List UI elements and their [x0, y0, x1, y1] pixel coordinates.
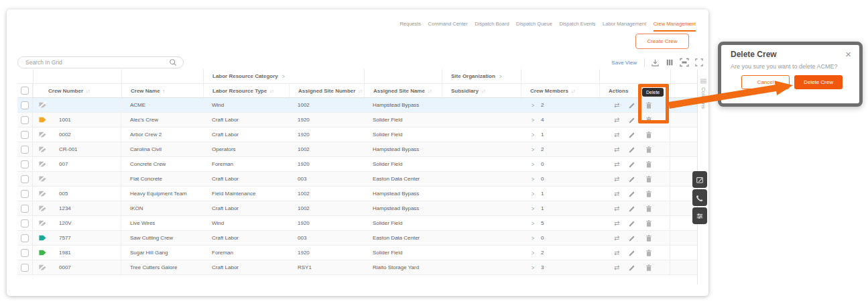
table-row[interactable]: 005Heavy Equipment TeamField Maintenance…: [17, 187, 697, 201]
row-checkbox[interactable]: [21, 190, 29, 198]
edit-crew-icon[interactable]: [628, 175, 636, 183]
table-row[interactable]: ACMEWind1002Hampstead Bypass>2⇄: [17, 98, 697, 113]
fullscreen-icon[interactable]: [694, 58, 704, 67]
delete-crew-icon[interactable]: [645, 249, 653, 257]
dialog-confirm-button[interactable]: Delete Crew: [794, 75, 843, 89]
table-row[interactable]: 120VLive WiresWind1920Solider Field>5⇄: [17, 216, 697, 231]
transfer-crew-icon[interactable]: ⇄: [614, 146, 619, 153]
transfer-crew-icon[interactable]: ⇄: [614, 132, 619, 138]
transfer-crew-icon[interactable]: ⇄: [614, 102, 619, 109]
create-crew-button[interactable]: Create Crew: [635, 34, 689, 49]
transfer-crew-icon[interactable]: ⇄: [614, 161, 619, 168]
table-row[interactable]: 1001Alec's CrewCraft Labor1920Solider Fi…: [17, 113, 697, 128]
transfer-crew-icon[interactable]: ⇄: [614, 220, 619, 227]
search-input[interactable]: [25, 59, 169, 66]
table-row[interactable]: 0007Tree Cutters GaloreCraft LaborRSY1Ri…: [17, 260, 697, 275]
expand-row-icon[interactable]: >: [532, 264, 534, 270]
edit-crew-icon[interactable]: [628, 116, 636, 124]
delete-crew-icon[interactable]: [645, 190, 653, 198]
row-checkbox[interactable]: [21, 131, 29, 139]
expand-row-icon[interactable]: >: [532, 205, 534, 211]
expand-row-icon[interactable]: >: [532, 250, 534, 256]
edit-crew-icon[interactable]: [628, 205, 636, 213]
table-row[interactable]: 7577Saw Cutting CrewCraft Labor003Easton…: [17, 231, 697, 246]
transfer-crew-icon[interactable]: ⇄: [614, 264, 619, 271]
download-icon[interactable]: [650, 58, 660, 67]
fit-columns-icon[interactable]: [680, 58, 689, 67]
tab-requests[interactable]: Requests: [399, 21, 421, 32]
row-checkbox[interactable]: [21, 234, 29, 242]
expand-row-icon[interactable]: >: [532, 235, 534, 241]
edit-crew-icon[interactable]: [628, 249, 636, 257]
column-header-labor-resource-type[interactable]: Labor Resource Type↓↑: [203, 84, 289, 97]
delete-crew-icon[interactable]: [645, 175, 653, 183]
tab-dispatch-board[interactable]: Dispatch Board: [475, 21, 509, 32]
transfer-crew-icon[interactable]: ⇄: [614, 205, 619, 212]
edit-crew-icon[interactable]: [628, 219, 636, 227]
expand-row-icon[interactable]: >: [532, 117, 534, 123]
row-checkbox[interactable]: [21, 116, 29, 124]
table-row[interactable]: 1234IKONCraft Labor1002Hampstead Bypass>…: [17, 201, 697, 216]
row-checkbox[interactable]: [21, 264, 29, 272]
delete-crew-icon[interactable]: [645, 234, 653, 242]
table-row[interactable]: CR-001Carolina CivilOperators1002Hampste…: [17, 142, 697, 157]
column-header-assigned-site-name[interactable]: Assigned Site Name↓↑: [364, 84, 442, 97]
group-expand-icon[interactable]: >: [499, 73, 502, 79]
tab-dispatch-events[interactable]: Dispatch Events: [559, 21, 595, 32]
phone-icon[interactable]: [692, 189, 707, 206]
transfer-crew-icon[interactable]: ⇄: [614, 235, 619, 242]
delete-crew-icon[interactable]: [645, 264, 653, 272]
expand-row-icon[interactable]: >: [532, 176, 534, 182]
delete-crew-icon[interactable]: [645, 219, 653, 227]
transfer-crew-icon[interactable]: ⇄: [614, 176, 619, 183]
row-checkbox[interactable]: [21, 249, 29, 257]
settings-icon[interactable]: [692, 207, 707, 224]
expand-row-icon[interactable]: >: [532, 220, 534, 226]
delete-crew-icon[interactable]: [645, 160, 653, 168]
edit-crew-icon[interactable]: [628, 190, 636, 198]
column-header-subsidiary[interactable]: Subsidiary↓↑: [442, 84, 521, 97]
feedback-icon[interactable]: [692, 171, 707, 188]
table-row[interactable]: 1981Sugar Hill GangForeman1920Solider Fi…: [17, 246, 697, 260]
save-view-link[interactable]: Save View: [611, 60, 637, 66]
delete-crew-icon[interactable]: [645, 146, 653, 154]
tab-dispatch-queue[interactable]: Dispatch Queue: [516, 21, 552, 32]
transfer-crew-icon[interactable]: ⇄: [614, 117, 619, 123]
row-checkbox[interactable]: [21, 101, 29, 109]
column-header-crew-members[interactable]: Crew Members↓↑: [521, 84, 599, 97]
columns-icon[interactable]: [665, 58, 674, 67]
table-row[interactable]: Flat ConcreteCraft Labor003Easton Data C…: [17, 172, 697, 187]
delete-crew-icon[interactable]: [645, 131, 653, 139]
transfer-crew-icon[interactable]: ⇄: [614, 191, 619, 197]
row-checkbox[interactable]: [21, 205, 29, 213]
row-checkbox[interactable]: [21, 219, 29, 227]
edit-crew-icon[interactable]: [628, 131, 636, 139]
dialog-close-icon[interactable]: ×: [845, 50, 851, 58]
row-checkbox[interactable]: [21, 146, 29, 154]
edit-crew-icon[interactable]: [628, 160, 636, 168]
select-all-checkbox[interactable]: [21, 87, 29, 95]
delete-crew-icon[interactable]: [645, 205, 653, 213]
dialog-cancel-button[interactable]: Cancel: [741, 75, 790, 89]
column-header-assigned-site-number[interactable]: Assigned Site Number↓↑: [289, 84, 364, 97]
expand-row-icon[interactable]: >: [532, 191, 534, 197]
expand-row-icon[interactable]: >: [532, 102, 534, 108]
column-header-crew-number[interactable]: Crew Number↓↑: [33, 84, 121, 97]
expand-row-icon[interactable]: >: [532, 132, 534, 138]
row-checkbox[interactable]: [21, 160, 29, 168]
edit-crew-icon[interactable]: [628, 101, 636, 109]
edit-crew-icon[interactable]: [628, 264, 636, 272]
expand-row-icon[interactable]: >: [532, 146, 534, 152]
table-row[interactable]: 0002Arbor Crew 2Craft Labor1920Solider F…: [17, 128, 697, 142]
group-expand-icon[interactable]: >: [282, 73, 285, 79]
tab-crew-management[interactable]: Crew Management: [654, 21, 696, 32]
expand-row-icon[interactable]: >: [532, 161, 534, 167]
row-checkbox[interactable]: [21, 175, 29, 183]
column-header-crew-name[interactable]: Crew Name↑: [121, 84, 203, 97]
table-row[interactable]: 007Concrete CrewForeman1920Solider Field…: [17, 157, 697, 172]
edit-crew-icon[interactable]: [628, 146, 636, 154]
tab-command-center[interactable]: Command Center: [428, 21, 468, 32]
edit-crew-icon[interactable]: [628, 234, 636, 242]
tab-labor-management[interactable]: Labor Management: [603, 21, 646, 32]
transfer-crew-icon[interactable]: ⇄: [614, 250, 619, 256]
